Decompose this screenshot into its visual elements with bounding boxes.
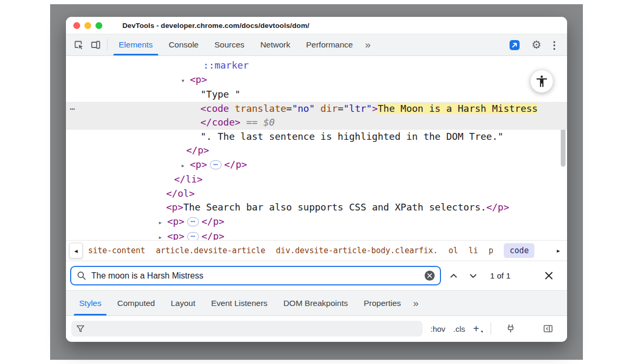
dom-token-dim: == bbox=[241, 117, 263, 128]
dom-token-tag: <p> bbox=[190, 159, 207, 170]
kebab-menu-icon[interactable]: ⋮ bbox=[548, 36, 561, 53]
expand-arrow-right-icon[interactable]: ▸ bbox=[158, 231, 167, 240]
open-in-new-icon[interactable] bbox=[506, 36, 523, 53]
toggle-element-state-button[interactable]: :hov bbox=[430, 324, 445, 333]
expand-arrow-right-icon[interactable]: ▸ bbox=[181, 159, 190, 173]
dom-token-tag: > bbox=[372, 103, 378, 114]
dom-token-tag: </p> bbox=[486, 202, 509, 213]
dom-tree-line[interactable]: </p> bbox=[66, 143, 567, 158]
dom-token-mark: The Moon is a Harsh Mistress bbox=[378, 103, 538, 114]
expand-arrow-right-icon[interactable]: ▸ bbox=[158, 216, 167, 230]
dom-token-tag: </li> bbox=[174, 174, 203, 185]
breadcrumb-item-p[interactable]: p bbox=[488, 246, 493, 255]
breadcrumb-item-ol[interactable]: ol bbox=[448, 246, 458, 255]
dom-tree-line[interactable]: ▸<p>⋯</p> bbox=[66, 229, 567, 240]
tab-elements[interactable]: Elements bbox=[111, 34, 161, 55]
dom-tree-line[interactable]: "Type " bbox=[66, 88, 567, 102]
dom-tree-line[interactable]: ▸<p>⋯</p> bbox=[66, 158, 567, 173]
tab-performance[interactable]: Performance bbox=[298, 34, 361, 55]
breadcrumb-item-code[interactable]: code bbox=[504, 243, 534, 258]
tab-properties[interactable]: Properties bbox=[356, 291, 409, 315]
close-window-button[interactable] bbox=[73, 22, 80, 29]
dom-token-tag: </p> bbox=[202, 216, 224, 227]
dom-token-tag: <p> bbox=[166, 202, 184, 213]
search-bar: 1 of 1 bbox=[66, 261, 567, 290]
dom-token-tag: </p> bbox=[202, 231, 224, 240]
dom-tree-line[interactable]: <p>The Search bar also supports CSS and … bbox=[66, 200, 567, 215]
backdrop: DevTools - developer.chrome.com/docs/dev… bbox=[50, 4, 583, 360]
tab-sources[interactable]: Sources bbox=[207, 34, 253, 55]
styles-panel-tabs: StylesComputedLayoutEvent ListenersDOM B… bbox=[66, 290, 567, 316]
expand-arrow-down-icon[interactable]: ▾ bbox=[181, 74, 190, 88]
plug-icon[interactable] bbox=[502, 320, 519, 337]
minimize-window-button[interactable] bbox=[84, 22, 91, 29]
zoom-window-button[interactable] bbox=[95, 22, 102, 29]
title-bar: DevTools - developer.chrome.com/docs/dev… bbox=[66, 17, 567, 34]
clear-search-icon[interactable] bbox=[425, 271, 435, 281]
settings-gear-icon[interactable]: ⚙ bbox=[528, 36, 545, 53]
dom-token-text: The Search bar also supports CSS and XPa… bbox=[184, 202, 486, 213]
more-tabs-icon[interactable]: » bbox=[361, 34, 375, 55]
dom-token-tag: </p> bbox=[186, 145, 209, 156]
dom-tree-line[interactable]: ⋯<code translate="no" dir="ltr">The Moon… bbox=[66, 102, 567, 116]
tab-styles[interactable]: Styles bbox=[71, 291, 109, 315]
dom-tree-line[interactable]: </li> bbox=[66, 173, 567, 187]
sidebar-toggle-icon[interactable] bbox=[540, 320, 557, 337]
devtools-toolbar: ElementsConsoleSourcesNetworkPerformance… bbox=[66, 34, 567, 56]
dom-token-punct: = bbox=[338, 103, 343, 114]
style-filter-box[interactable] bbox=[71, 321, 423, 337]
chevron-left-icon[interactable]: ◂ bbox=[69, 243, 83, 258]
search-input[interactable] bbox=[91, 267, 420, 284]
device-toolbar-icon[interactable] bbox=[87, 36, 104, 53]
overflow-menu-icon[interactable]: ⋯ bbox=[70, 102, 75, 116]
dom-token-tag: <p> bbox=[167, 216, 185, 227]
breadcrumb-bar: ◂ site-contentarticle.devsite-articlediv… bbox=[66, 240, 567, 261]
tab-network[interactable]: Network bbox=[252, 34, 298, 55]
dom-tree-line[interactable]: </code> == $0 bbox=[66, 116, 567, 130]
dom-tree-line[interactable]: </ol> bbox=[66, 187, 567, 201]
breadcrumb: site-contentarticle.devsite-articlediv.d… bbox=[88, 243, 556, 258]
new-style-rule-button[interactable]: + bbox=[473, 324, 479, 333]
styles-toolbar-divider bbox=[491, 323, 491, 334]
tab-dom-breakpoints[interactable]: DOM Breakpoints bbox=[275, 291, 356, 315]
next-match-icon[interactable] bbox=[466, 269, 480, 283]
dom-token-punct: = bbox=[286, 103, 292, 114]
breadcrumb-item-site-content[interactable]: site-content bbox=[88, 246, 145, 255]
dom-token-attr: translate bbox=[229, 103, 286, 114]
search-icon bbox=[76, 271, 87, 281]
filter-funnel-icon bbox=[76, 324, 85, 333]
tab-layout[interactable]: Layout bbox=[163, 291, 204, 315]
tab-computed[interactable]: Computed bbox=[109, 291, 163, 315]
element-classes-button[interactable]: .cls bbox=[453, 324, 465, 333]
tab-console[interactable]: Console bbox=[161, 34, 207, 55]
dom-token-tag: <code bbox=[200, 103, 229, 114]
chevron-right-icon[interactable]: ▸ bbox=[556, 246, 561, 255]
dom-token-pseudo: ::marker bbox=[203, 60, 249, 71]
dom-token-tag: </ol> bbox=[166, 188, 195, 199]
dom-token-tag: <p> bbox=[190, 74, 207, 85]
dom-token-attr: dir bbox=[315, 103, 338, 114]
dom-token-text: ". The last sentence is highlighted in t… bbox=[200, 131, 503, 142]
toolbar-spacer bbox=[375, 34, 506, 55]
dom-tree-line[interactable]: ::marker bbox=[66, 59, 567, 73]
tab-event-listeners[interactable]: Event Listeners bbox=[203, 291, 275, 315]
previous-match-icon[interactable] bbox=[447, 269, 461, 283]
breadcrumb-item-div-devsite-article-body-clearfix[interactable]: div.devsite-article-body.clearfix. bbox=[276, 246, 438, 255]
dom-tree-line[interactable]: ▸<p>⋯</p> bbox=[66, 215, 567, 230]
style-filter-input[interactable] bbox=[89, 324, 418, 333]
dom-tree-line[interactable]: ▾<p> bbox=[66, 73, 567, 88]
close-search-icon[interactable] bbox=[542, 269, 555, 283]
inspect-element-icon[interactable] bbox=[70, 36, 87, 53]
breadcrumb-item-li[interactable]: li bbox=[468, 246, 478, 255]
styles-tab-strip: StylesComputedLayoutEvent ListenersDOM B… bbox=[71, 291, 409, 315]
more-panels-icon[interactable]: » bbox=[409, 291, 423, 315]
dom-token-dimi: $0 bbox=[263, 117, 275, 128]
collapsed-children-icon[interactable]: ⋯ bbox=[210, 160, 222, 169]
search-box[interactable] bbox=[70, 266, 441, 285]
window-title: DevTools - developer.chrome.com/docs/dev… bbox=[122, 22, 309, 30]
collapsed-children-icon[interactable]: ⋯ bbox=[187, 217, 199, 226]
breadcrumb-item-article-devsite-article[interactable]: article.devsite-article bbox=[156, 246, 265, 255]
collapsed-children-icon[interactable]: ⋯ bbox=[187, 232, 199, 240]
dom-token-val: "ltr" bbox=[343, 103, 372, 114]
dom-tree-line[interactable]: ". The last sentence is highlighted in t… bbox=[66, 130, 567, 144]
